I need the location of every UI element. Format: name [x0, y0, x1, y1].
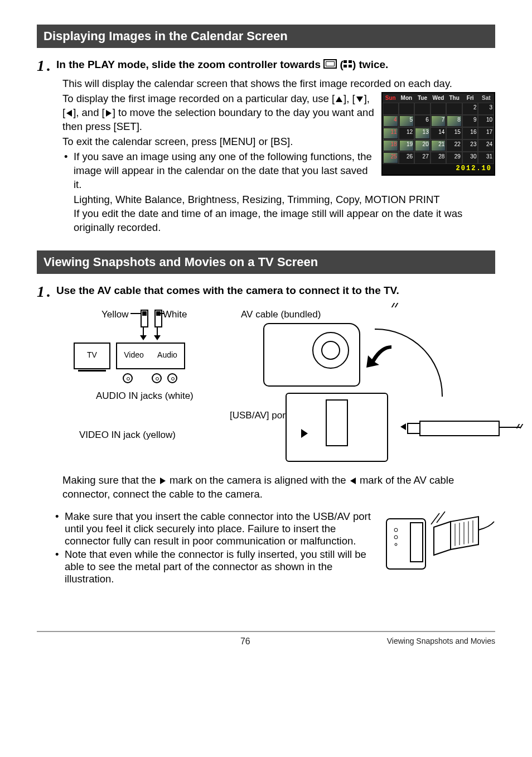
step-number: 1 [37, 284, 45, 300]
right-triangle-icon [160, 478, 166, 484]
page-footer: 76 Viewing Snapshots and Movies [37, 631, 495, 647]
bullet-sub: Lighting, White Balance, Brightness, Res… [74, 193, 495, 207]
step-1-tv: 1. Use the AV cable that comes with the … [37, 284, 495, 300]
calendar-cell [383, 103, 399, 115]
calendar-cell: 2 [462, 103, 478, 115]
calendar-dow: Wed [431, 93, 447, 103]
calendar-cell: 4 [383, 115, 399, 127]
calendar-cell: 6 [414, 115, 431, 127]
bullet-text: Note that even while the connector is fu… [65, 548, 366, 585]
align-mark-right-icon [301, 429, 308, 438]
bullet-item: If you save an image using any one of th… [62, 150, 495, 192]
camera-front-icon [263, 323, 360, 387]
calendar-cell: 5 [399, 115, 415, 127]
calendar-dow: Thu [446, 93, 462, 103]
calendar-cell [399, 103, 415, 115]
right-arrow-icon [106, 110, 112, 117]
calendar-cell: 7 [431, 115, 447, 127]
page-number: 76 [104, 637, 387, 647]
footer-title: Viewing Snapshots and Movies [387, 637, 495, 647]
break-mark-icon [515, 424, 524, 428]
calendar-cell: 14 [431, 127, 447, 139]
tv-icon: TV [74, 343, 110, 369]
step-title-prefix: In the PLAY mode, slide the zoom control… [56, 59, 321, 70]
calendar-cell: 3 [478, 103, 494, 115]
camera-bottom-icon [286, 393, 388, 462]
align-note: Making sure that the mark on the camera … [62, 474, 495, 502]
down-arrow-icon [140, 335, 147, 340]
step-title-suffix: twice. [359, 59, 389, 70]
label-yellow: Yellow [101, 308, 129, 321]
jack-icon [167, 373, 177, 383]
bullet-item: Make sure that you insert the cable conn… [54, 510, 495, 547]
calendar-cell: 16 [462, 127, 478, 139]
calendar-cell [431, 103, 447, 115]
break-mark-icon [390, 303, 399, 307]
up-arrow-icon [336, 97, 342, 102]
calendar-dow: Sun [383, 93, 399, 103]
label-videoin: VIDEO IN jack (yellow) [79, 429, 176, 442]
calendar-dow: Sat [478, 93, 494, 103]
step-title: Use the AV cable that comes with the cam… [56, 284, 399, 298]
label-usbav: [USB/AV] port [230, 409, 288, 422]
wide-zoom-icon [323, 59, 337, 69]
down-arrow-icon [154, 335, 161, 340]
bullet-text: Make sure that you insert the cable conn… [65, 510, 371, 547]
bullet-item: Note that even while the connector is fu… [54, 548, 495, 585]
plug-icon [141, 310, 148, 327]
calendar-cell [446, 103, 462, 115]
calendar-dow: Tue [414, 93, 431, 103]
calendar-cell: 17 [478, 127, 494, 139]
calendar-dow: Mon [399, 93, 415, 103]
insert-arrow-icon [364, 340, 397, 373]
bullet-note: If you edit the date and time of an imag… [74, 207, 495, 235]
calendar-cell: 9 [462, 115, 478, 127]
calendar-cell: 8 [446, 115, 462, 127]
left-arrow-icon [66, 110, 72, 117]
section-header-tv: Viewing Snapshots and Movies on a TV Scr… [37, 250, 495, 274]
step-title: In the PLAY mode, slide the zoom control… [56, 58, 388, 72]
step-1-calendar: 1. In the PLAY mode, slide the zoom cont… [37, 58, 495, 74]
align-mark-left-icon [400, 423, 406, 430]
label-avcable: AV cable (bundled) [241, 308, 321, 321]
calendar-cell: 15 [446, 127, 462, 139]
calendar-cell [414, 103, 431, 115]
plug-icon [154, 310, 162, 327]
calendar-cell: 10 [478, 115, 494, 127]
thumbnail-grid-icon [344, 60, 352, 67]
step-body-line: This will display the calendar screen th… [62, 77, 495, 91]
calendar-cell: 11 [383, 127, 399, 139]
label-audioin: AUDIO IN jacks (white) [96, 390, 194, 403]
connection-diagram: Yellow White AV cable (bundled) TV Video… [62, 306, 495, 474]
bullet-text: If you save an image using any one of th… [74, 151, 372, 190]
step-number: 1 [37, 58, 45, 74]
jack-icon [152, 373, 162, 383]
calendar-dow: Fri [462, 93, 478, 103]
video-audio-box: Video Audio [116, 343, 185, 369]
av-connector-icon [419, 421, 500, 436]
section-header-calendar: Displaying Images in the Calendar Screen [37, 25, 495, 48]
left-triangle-icon [350, 478, 356, 484]
label-audio: Audio [151, 344, 184, 368]
jack-icon [123, 373, 133, 383]
down-arrow-icon [356, 97, 363, 102]
calendar-cell: 13 [414, 127, 431, 139]
step-dot: . [47, 58, 51, 74]
calendar-cell: 12 [399, 127, 415, 139]
step-dot: . [47, 284, 51, 300]
label-video: Video [117, 344, 151, 368]
label-white: White [163, 308, 187, 321]
